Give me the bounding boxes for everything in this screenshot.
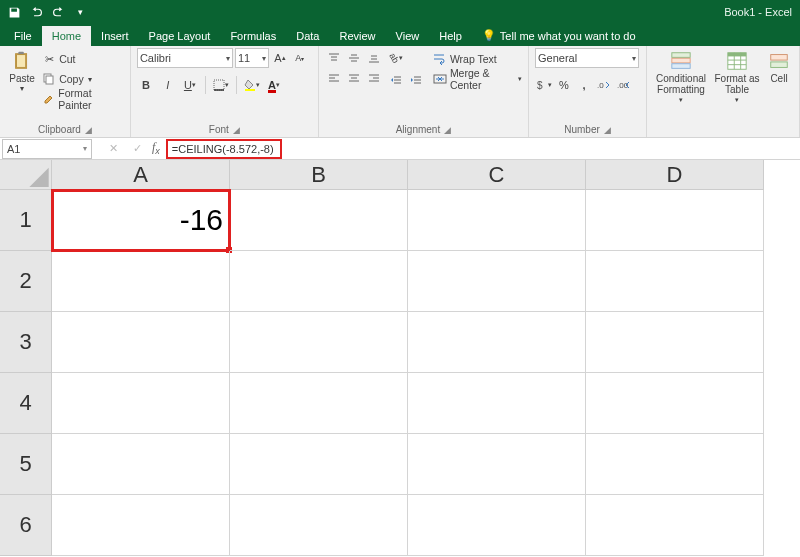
qat-customize-icon[interactable]: ▾ <box>70 2 90 22</box>
name-box[interactable]: A1▾ <box>2 139 92 159</box>
orientation-button[interactable]: ab▾ <box>387 49 405 67</box>
percent-button[interactable]: % <box>555 76 573 94</box>
cell-C1[interactable] <box>408 190 586 251</box>
align-right-button[interactable] <box>365 69 383 87</box>
cell-C5[interactable] <box>408 434 586 495</box>
row-header-5[interactable]: 5 <box>0 434 52 495</box>
conditional-formatting-button[interactable]: Conditional Formatting▾ <box>653 48 709 104</box>
comma-button[interactable]: , <box>575 76 593 94</box>
cell-D4[interactable] <box>586 373 764 434</box>
svg-rect-4 <box>46 76 53 84</box>
tab-file[interactable]: File <box>4 26 42 46</box>
align-center-button[interactable] <box>345 69 363 87</box>
dialog-launcher-icon[interactable]: ◢ <box>604 125 611 135</box>
enter-formula-button[interactable]: ✓ <box>128 140 146 158</box>
accounting-format-button[interactable]: $▾ <box>535 76 553 94</box>
tab-help[interactable]: Help <box>429 26 472 46</box>
font-name-combo[interactable]: Calibri▾ <box>137 48 233 68</box>
number-format-combo[interactable]: General▾ <box>535 48 639 68</box>
undo-icon[interactable] <box>26 2 46 22</box>
font-size-combo[interactable]: 11▾ <box>235 48 269 68</box>
cell-B1[interactable] <box>230 190 408 251</box>
col-header-C[interactable]: C <box>408 160 586 190</box>
number-format-value: General <box>538 52 577 64</box>
merge-center-button[interactable]: Merge & Center▾ <box>433 70 522 88</box>
col-header-D[interactable]: D <box>586 160 764 190</box>
cell-B3[interactable] <box>230 312 408 373</box>
bold-button[interactable]: B <box>137 76 155 94</box>
cell-A2[interactable] <box>52 251 230 312</box>
dialog-launcher-icon[interactable]: ◢ <box>85 125 92 135</box>
tab-view[interactable]: View <box>386 26 430 46</box>
cell-C2[interactable] <box>408 251 586 312</box>
increase-decimal-button[interactable]: .0 <box>595 76 613 94</box>
group-label-alignment: Alignment <box>396 124 440 135</box>
formula-input[interactable]: =CEILING(-8.572,-8) <box>166 139 800 159</box>
align-bottom-button[interactable] <box>365 49 383 67</box>
group-number: General▾ $▾ % , .0 .00 Number◢ <box>529 46 647 137</box>
cell-B5[interactable] <box>230 434 408 495</box>
svg-rect-45 <box>771 55 788 61</box>
cell-A1[interactable]: -16 <box>52 190 230 251</box>
col-header-B[interactable]: B <box>230 160 408 190</box>
align-middle-button[interactable] <box>345 49 363 67</box>
select-all-corner[interactable] <box>0 160 52 190</box>
cell-C4[interactable] <box>408 373 586 434</box>
paste-button[interactable]: Paste ▾ <box>6 48 38 94</box>
redo-icon[interactable] <box>48 2 68 22</box>
align-left-button[interactable] <box>325 69 343 87</box>
fill-color-button[interactable]: ▾ <box>243 76 261 94</box>
font-color-button[interactable]: A▾ <box>265 76 283 94</box>
copy-button[interactable]: Copy▾ <box>42 70 124 88</box>
dialog-launcher-icon[interactable]: ◢ <box>233 125 240 135</box>
cell-C3[interactable] <box>408 312 586 373</box>
col-header-A[interactable]: A <box>52 160 230 190</box>
fx-icon[interactable]: fx <box>152 140 160 156</box>
cell-B4[interactable] <box>230 373 408 434</box>
format-as-table-button[interactable]: Format as Table▾ <box>713 48 761 104</box>
cell-A3[interactable] <box>52 312 230 373</box>
cell-D3[interactable] <box>586 312 764 373</box>
merge-label: Merge & Center <box>450 67 513 91</box>
row-header-4[interactable]: 4 <box>0 373 52 434</box>
tab-data[interactable]: Data <box>286 26 329 46</box>
row-header-1[interactable]: 1 <box>0 190 52 251</box>
increase-indent-button[interactable] <box>407 71 425 89</box>
cell-D2[interactable] <box>586 251 764 312</box>
format-painter-button[interactable]: Format Painter <box>42 90 124 108</box>
cell-D5[interactable] <box>586 434 764 495</box>
decrease-decimal-button[interactable]: .00 <box>615 76 633 94</box>
cell-B2[interactable] <box>230 251 408 312</box>
chevron-down-icon: ▾ <box>735 96 739 104</box>
save-icon[interactable] <box>4 2 24 22</box>
cell-B6[interactable] <box>230 495 408 556</box>
dialog-launcher-icon[interactable]: ◢ <box>444 125 451 135</box>
tab-formulas[interactable]: Formulas <box>220 26 286 46</box>
increase-font-button[interactable]: A▴ <box>271 49 289 67</box>
decrease-indent-button[interactable] <box>387 71 405 89</box>
cell-styles-button[interactable]: Cell <box>765 48 793 84</box>
cell-A6[interactable] <box>52 495 230 556</box>
wrap-text-button[interactable]: Wrap Text <box>433 50 522 68</box>
cell-D6[interactable] <box>586 495 764 556</box>
borders-button[interactable]: ▾ <box>212 76 230 94</box>
tab-home[interactable]: Home <box>42 26 91 46</box>
cell-A4[interactable] <box>52 373 230 434</box>
row-header-2[interactable]: 2 <box>0 251 52 312</box>
cancel-formula-button[interactable]: ✕ <box>104 140 122 158</box>
cell-D1[interactable] <box>586 190 764 251</box>
name-box-value: A1 <box>7 143 20 155</box>
cut-button[interactable]: ✂Cut <box>42 50 124 68</box>
align-top-button[interactable] <box>325 49 343 67</box>
tab-review[interactable]: Review <box>329 26 385 46</box>
cell-A5[interactable] <box>52 434 230 495</box>
tab-page-layout[interactable]: Page Layout <box>139 26 221 46</box>
row-header-6[interactable]: 6 <box>0 495 52 556</box>
decrease-font-button[interactable]: A▾ <box>291 49 309 67</box>
underline-button[interactable]: U▾ <box>181 76 199 94</box>
tab-insert[interactable]: Insert <box>91 26 139 46</box>
italic-button[interactable]: I <box>159 76 177 94</box>
tell-me[interactable]: 💡 Tell me what you want to do <box>472 25 646 46</box>
row-header-3[interactable]: 3 <box>0 312 52 373</box>
cell-C6[interactable] <box>408 495 586 556</box>
